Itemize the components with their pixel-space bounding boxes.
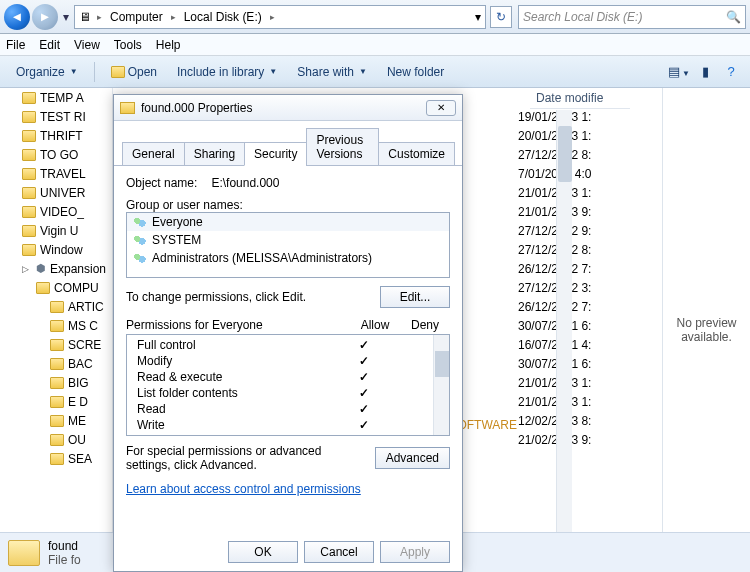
breadcrumb-seg[interactable]: Computer bbox=[108, 10, 165, 24]
preview-pane: No preview available. bbox=[662, 88, 750, 572]
dialog-titlebar[interactable]: found.000 Properties ✕ bbox=[114, 95, 462, 121]
folder-icon bbox=[111, 66, 125, 78]
menu-view[interactable]: View bbox=[74, 38, 100, 52]
folder-icon bbox=[50, 339, 64, 351]
permissions-list[interactable]: Full control✓Modify✓Read & execute✓List … bbox=[126, 334, 450, 436]
folder-icon bbox=[50, 434, 64, 446]
tree-item[interactable]: E D bbox=[22, 392, 112, 411]
perm-row: Modify✓ bbox=[127, 353, 449, 369]
tree-item[interactable]: UNIVER bbox=[22, 183, 112, 202]
tree-item[interactable]: ME bbox=[22, 411, 112, 430]
help-button[interactable]: ? bbox=[720, 64, 742, 79]
toolbar: Organize▼ Open Include in library▼ Share… bbox=[0, 56, 750, 88]
perm-deny bbox=[389, 386, 439, 400]
edit-button[interactable]: Edit... bbox=[380, 286, 450, 308]
tree-label: TRAVEL bbox=[40, 167, 86, 181]
ok-button[interactable]: OK bbox=[228, 541, 298, 563]
tree-item[interactable]: Vigin U bbox=[22, 221, 112, 240]
history-dropdown[interactable]: ▾ bbox=[60, 10, 72, 24]
open-button[interactable]: Open bbox=[103, 62, 165, 82]
apply-button[interactable]: Apply bbox=[380, 541, 450, 563]
include-library-button[interactable]: Include in library▼ bbox=[169, 62, 285, 82]
address-bar[interactable]: 🖥 ▸ Computer ▸ Local Disk (E:) ▸ ▾ bbox=[74, 5, 486, 29]
tree-item[interactable]: BIG bbox=[22, 373, 112, 392]
object-name-label: Object name: bbox=[126, 176, 197, 190]
users-listbox[interactable]: EveryoneSYSTEMAdministrators (MELISSA\Ad… bbox=[126, 212, 450, 278]
scrollbar[interactable] bbox=[556, 110, 572, 570]
menu-file[interactable]: File bbox=[6, 38, 25, 52]
tree-item[interactable]: OU bbox=[22, 430, 112, 449]
tab-sharing[interactable]: Sharing bbox=[184, 142, 245, 166]
tab-customize[interactable]: Customize bbox=[378, 142, 455, 166]
tree-item[interactable]: SEA bbox=[22, 449, 112, 468]
no-preview-label: No preview available. bbox=[671, 316, 742, 344]
address-dropdown[interactable]: ▾ bbox=[475, 10, 481, 24]
chevron-right-icon: ▸ bbox=[268, 12, 277, 22]
tree-item[interactable]: MS C bbox=[22, 316, 112, 335]
advanced-button[interactable]: Advanced bbox=[375, 447, 450, 469]
menu-edit[interactable]: Edit bbox=[39, 38, 60, 52]
navigation-bar: ◄ ► ▾ 🖥 ▸ Computer ▸ Local Disk (E:) ▸ ▾… bbox=[0, 0, 750, 34]
forward-button[interactable]: ► bbox=[32, 4, 58, 30]
tree-item[interactable]: TRAVEL bbox=[22, 164, 112, 183]
tree-item[interactable]: BAC bbox=[22, 354, 112, 373]
tree-item[interactable]: THRIFT bbox=[22, 126, 112, 145]
perm-row: List folder contents✓ bbox=[127, 385, 449, 401]
folder-tree[interactable]: TEMP ATEST RITHRIFTTO GOTRAVELUNIVERVIDE… bbox=[0, 88, 113, 572]
folder-icon bbox=[22, 149, 36, 161]
tree-item[interactable]: TEST RI bbox=[22, 107, 112, 126]
user-item[interactable]: Administrators (MELISSA\Administrators) bbox=[127, 249, 449, 267]
share-button[interactable]: Share with▼ bbox=[289, 62, 375, 82]
perm-allow: ✓ bbox=[339, 402, 389, 416]
tab-strip: General Sharing Security Previous Versio… bbox=[114, 121, 462, 166]
tree-item[interactable]: VIDEO_ bbox=[22, 202, 112, 221]
scrollbar[interactable] bbox=[433, 335, 449, 435]
learn-link[interactable]: Learn about access control and permissio… bbox=[126, 482, 361, 496]
folder-icon bbox=[22, 111, 36, 123]
tree-item[interactable]: Window bbox=[22, 240, 112, 259]
tree-item[interactable]: COMPU bbox=[22, 278, 112, 297]
cancel-button[interactable]: Cancel bbox=[304, 541, 374, 563]
drive-icon: ⬢ bbox=[36, 262, 46, 275]
menu-help[interactable]: Help bbox=[156, 38, 181, 52]
object-name-value: E:\found.000 bbox=[211, 176, 279, 190]
tab-general[interactable]: General bbox=[122, 142, 185, 166]
tree-label: TEST RI bbox=[40, 110, 86, 124]
search-placeholder: Search Local Disk (E:) bbox=[523, 10, 642, 24]
organize-button[interactable]: Organize▼ bbox=[8, 62, 86, 82]
preview-pane-button[interactable]: ▮ bbox=[694, 64, 716, 79]
user-item[interactable]: Everyone bbox=[127, 213, 449, 231]
tree-drive[interactable]: ▷⬢Expansion bbox=[22, 259, 112, 278]
view-mode-button[interactable]: ▤▼ bbox=[668, 64, 690, 79]
users-icon bbox=[133, 252, 147, 264]
tree-label: UNIVER bbox=[40, 186, 85, 200]
tree-item[interactable]: SCRE bbox=[22, 335, 112, 354]
tree-item[interactable]: TEMP A bbox=[22, 88, 112, 107]
search-input[interactable]: Search Local Disk (E:) 🔍 bbox=[518, 5, 746, 29]
tree-item[interactable]: TO GO bbox=[22, 145, 112, 164]
column-date-modified[interactable]: Date modifie bbox=[530, 88, 630, 109]
user-item[interactable]: SYSTEM bbox=[127, 231, 449, 249]
close-button[interactable]: ✕ bbox=[426, 100, 456, 116]
new-folder-button[interactable]: New folder bbox=[379, 62, 452, 82]
scroll-thumb[interactable] bbox=[435, 351, 449, 377]
tab-security[interactable]: Security bbox=[244, 142, 307, 166]
tree-label: MS C bbox=[68, 319, 98, 333]
tree-label: SEA bbox=[68, 452, 92, 466]
breadcrumb-seg[interactable]: Local Disk (E:) bbox=[182, 10, 264, 24]
dialog-buttons: OK Cancel Apply bbox=[228, 541, 450, 563]
allow-header: Allow bbox=[350, 318, 400, 332]
scroll-thumb[interactable] bbox=[558, 126, 572, 182]
user-label: Everyone bbox=[152, 215, 203, 229]
folder-icon bbox=[22, 187, 36, 199]
refresh-button[interactable]: ↻ bbox=[490, 6, 512, 28]
tree-label: TO GO bbox=[40, 148, 78, 162]
tree-label: VIDEO_ bbox=[40, 205, 84, 219]
user-label: Administrators (MELISSA\Administrators) bbox=[152, 251, 372, 265]
folder-icon bbox=[50, 301, 64, 313]
tree-item[interactable]: ARTIC bbox=[22, 297, 112, 316]
folder-icon bbox=[22, 130, 36, 142]
tab-previous-versions[interactable]: Previous Versions bbox=[306, 128, 379, 166]
menu-tools[interactable]: Tools bbox=[114, 38, 142, 52]
back-button[interactable]: ◄ bbox=[4, 4, 30, 30]
